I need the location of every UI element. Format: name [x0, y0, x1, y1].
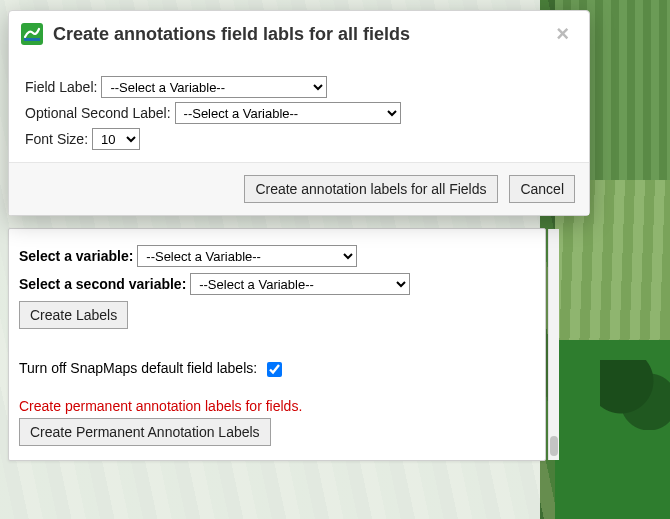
- turn-off-default-checkbox[interactable]: [267, 362, 282, 377]
- cancel-button[interactable]: Cancel: [509, 175, 575, 203]
- map-trees: [600, 360, 670, 430]
- modal-header: Create annotations field labls for all f…: [9, 11, 589, 53]
- panel-scrollbar-thumb[interactable]: [550, 436, 558, 456]
- modal-title: Create annotations field labls for all f…: [53, 24, 552, 45]
- turn-off-default-label: Turn off SnapMaps default field labels:: [19, 360, 257, 376]
- app-logo-icon: [21, 23, 43, 45]
- create-labels-row: Create Labels: [19, 301, 535, 329]
- font-size-label: Font Size:: [25, 131, 88, 147]
- create-annotations-modal: Create annotations field labls for all f…: [8, 10, 590, 216]
- select-variable-dropdown[interactable]: --Select a Variable--: [137, 245, 357, 267]
- field-label-label: Field Label:: [25, 79, 97, 95]
- optional-second-label-label: Optional Second Label:: [25, 105, 171, 121]
- modal-footer: Create annotation labels for all Fields …: [9, 162, 589, 215]
- create-labels-button[interactable]: Create Labels: [19, 301, 128, 329]
- optional-second-label-dropdown[interactable]: --Select a Variable--: [175, 102, 401, 124]
- close-icon[interactable]: ×: [552, 23, 573, 45]
- select-variable-row: Select a variable: --Select a Variable--: [19, 245, 535, 267]
- select-second-variable-row: Select a second variable: --Select a Var…: [19, 273, 535, 295]
- svg-rect-0: [21, 23, 43, 45]
- field-label-dropdown[interactable]: --Select a Variable--: [101, 76, 327, 98]
- optional-second-label-row: Optional Second Label: --Select a Variab…: [25, 102, 573, 124]
- permanent-labels-note: Create permanent annotation labels for f…: [19, 398, 535, 414]
- panel-scrollbar[interactable]: [548, 229, 559, 460]
- turn-off-default-row: Turn off SnapMaps default field labels:: [19, 359, 535, 380]
- select-second-variable-label: Select a second variable:: [19, 276, 186, 292]
- modal-body: Field Label: --Select a Variable-- Optio…: [9, 53, 589, 162]
- select-variable-label: Select a variable:: [19, 248, 133, 264]
- field-label-row: Field Label: --Select a Variable--: [25, 76, 573, 98]
- labels-panel: Select a variable: --Select a Variable--…: [8, 228, 546, 461]
- select-second-variable-dropdown[interactable]: --Select a Variable--: [190, 273, 410, 295]
- create-all-fields-button[interactable]: Create annotation labels for all Fields: [244, 175, 497, 203]
- create-permanent-labels-button[interactable]: Create Permanent Annotation Labels: [19, 418, 271, 446]
- font-size-dropdown[interactable]: 10: [92, 128, 140, 150]
- font-size-row: Font Size: 10: [25, 128, 573, 150]
- svg-rect-1: [24, 38, 40, 41]
